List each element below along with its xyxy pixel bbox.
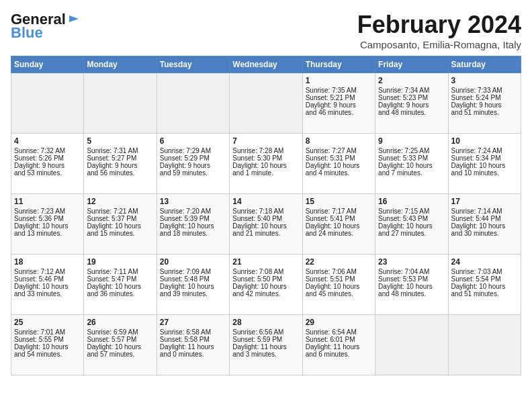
- header-row: SundayMondayTuesdayWednesdayThursdayFrid…: [11, 56, 521, 73]
- calendar-header: SundayMondayTuesdayWednesdayThursdayFrid…: [11, 56, 521, 73]
- header-cell-monday: Monday: [84, 56, 157, 73]
- cell-info: Daylight: 9 hours: [160, 162, 226, 169]
- calendar-cell: 25Sunrise: 7:01 AMSunset: 5:55 PMDayligh…: [11, 315, 84, 375]
- cell-info: Sunset: 5:33 PM: [378, 154, 445, 162]
- day-number: 26: [87, 318, 153, 327]
- calendar-cell: 1Sunrise: 7:35 AMSunset: 5:21 PMDaylight…: [302, 73, 375, 134]
- cell-info: Sunrise: 6:59 AM: [87, 328, 153, 336]
- day-number: 5: [87, 136, 153, 146]
- logo: General Blue: [11, 11, 80, 42]
- header-cell-friday: Friday: [375, 56, 448, 73]
- cell-info: and 59 minutes.: [160, 169, 226, 177]
- week-row-1: 1Sunrise: 7:35 AMSunset: 5:21 PMDaylight…: [11, 73, 521, 134]
- cell-info: Daylight: 10 hours: [232, 222, 299, 230]
- month-title: February 2024: [357, 11, 521, 39]
- day-number: 11: [14, 197, 81, 206]
- day-number: 4: [14, 136, 81, 146]
- cell-info: Daylight: 10 hours: [306, 222, 372, 230]
- calendar-cell: 15Sunrise: 7:17 AMSunset: 5:41 PMDayligh…: [302, 194, 375, 255]
- cell-info: Sunrise: 7:28 AM: [232, 147, 299, 154]
- cell-info: Sunrise: 7:25 AM: [378, 147, 445, 154]
- day-number: 21: [232, 257, 299, 267]
- calendar-cell: 17Sunrise: 7:14 AMSunset: 5:44 PMDayligh…: [448, 194, 521, 255]
- cell-info: Sunrise: 7:09 AM: [160, 268, 226, 275]
- cell-info: and 42 minutes.: [232, 290, 299, 298]
- cell-info: Sunset: 5:55 PM: [14, 336, 81, 343]
- cell-info: and 13 minutes.: [14, 230, 81, 237]
- day-number: 17: [451, 197, 518, 206]
- calendar-cell: 4Sunrise: 7:32 AMSunset: 5:26 PMDaylight…: [11, 134, 84, 194]
- calendar-cell: 7Sunrise: 7:28 AMSunset: 5:30 PMDaylight…: [230, 134, 302, 194]
- cell-info: Daylight: 9 hours: [306, 101, 372, 109]
- cell-info: Sunrise: 7:32 AM: [14, 147, 81, 154]
- cell-info: Daylight: 10 hours: [378, 283, 445, 290]
- cell-info: Sunrise: 7:27 AM: [306, 147, 372, 154]
- cell-info: Daylight: 10 hours: [232, 162, 299, 169]
- cell-info: and 27 minutes.: [378, 230, 445, 237]
- calendar-cell: 26Sunrise: 6:59 AMSunset: 5:57 PMDayligh…: [84, 315, 157, 375]
- cell-info: Sunrise: 7:08 AM: [232, 268, 299, 275]
- cell-info: Sunrise: 6:58 AM: [160, 328, 226, 336]
- cell-info: Sunset: 5:59 PM: [232, 336, 299, 343]
- day-number: 24: [451, 257, 518, 267]
- svg-marker-0: [69, 15, 79, 22]
- cell-info: Sunrise: 7:11 AM: [87, 268, 153, 275]
- header-cell-thursday: Thursday: [302, 56, 375, 73]
- cell-info: Sunset: 5:48 PM: [160, 275, 226, 283]
- day-number: 14: [232, 197, 299, 206]
- cell-info: and 18 minutes.: [160, 230, 226, 237]
- calendar-cell: 10Sunrise: 7:24 AMSunset: 5:34 PMDayligh…: [448, 134, 521, 194]
- cell-info: Sunset: 5:34 PM: [451, 154, 518, 162]
- cell-info: Sunrise: 6:56 AM: [232, 328, 299, 336]
- day-number: 9: [378, 136, 445, 146]
- cell-info: Sunset: 5:51 PM: [306, 275, 372, 283]
- location-title: Camposanto, Emilia-Romagna, Italy: [357, 39, 521, 50]
- cell-info: and 21 minutes.: [232, 230, 299, 237]
- day-number: 7: [232, 136, 299, 146]
- day-number: 10: [451, 136, 518, 146]
- cell-info: Sunset: 5:47 PM: [87, 275, 153, 283]
- cell-info: Daylight: 11 hours: [160, 343, 226, 351]
- cell-info: and 30 minutes.: [451, 230, 518, 237]
- calendar-cell: 29Sunrise: 6:54 AMSunset: 6:01 PMDayligh…: [302, 315, 375, 375]
- cell-info: Daylight: 10 hours: [87, 222, 153, 230]
- cell-info: Sunset: 5:37 PM: [87, 215, 153, 222]
- cell-info: and 10 minutes.: [451, 169, 518, 177]
- cell-info: and 6 minutes.: [306, 351, 372, 358]
- header-cell-sunday: Sunday: [11, 56, 84, 73]
- day-number: 25: [14, 318, 81, 327]
- cell-info: Sunrise: 7:29 AM: [160, 147, 226, 154]
- week-row-4: 18Sunrise: 7:12 AMSunset: 5:46 PMDayligh…: [11, 255, 521, 315]
- cell-info: Sunset: 5:57 PM: [87, 336, 153, 343]
- calendar-cell: 27Sunrise: 6:58 AMSunset: 5:58 PMDayligh…: [157, 315, 229, 375]
- cell-info: and 54 minutes.: [14, 351, 81, 358]
- cell-info: Sunset: 5:24 PM: [451, 94, 518, 101]
- cell-info: Daylight: 10 hours: [232, 283, 299, 290]
- header-cell-wednesday: Wednesday: [230, 56, 302, 73]
- cell-info: Sunset: 5:31 PM: [306, 154, 372, 162]
- header-cell-saturday: Saturday: [448, 56, 521, 73]
- calendar-cell: [11, 73, 84, 134]
- cell-info: Daylight: 10 hours: [14, 343, 81, 351]
- calendar-cell: 14Sunrise: 7:18 AMSunset: 5:40 PMDayligh…: [230, 194, 302, 255]
- cell-info: and 0 minutes.: [160, 351, 226, 358]
- calendar-cell: 28Sunrise: 6:56 AMSunset: 5:59 PMDayligh…: [230, 315, 302, 375]
- calendar-cell: [84, 73, 157, 134]
- calendar-cell: 12Sunrise: 7:21 AMSunset: 5:37 PMDayligh…: [84, 194, 157, 255]
- cell-info: and 53 minutes.: [14, 169, 81, 177]
- calendar-cell: 9Sunrise: 7:25 AMSunset: 5:33 PMDaylight…: [375, 134, 448, 194]
- cell-info: and 51 minutes.: [451, 109, 518, 116]
- calendar-cell: 3Sunrise: 7:33 AMSunset: 5:24 PMDaylight…: [448, 73, 521, 134]
- cell-info: Sunset: 5:40 PM: [232, 215, 299, 222]
- day-number: 8: [306, 136, 372, 146]
- cell-info: Daylight: 11 hours: [232, 343, 299, 351]
- cell-info: Sunset: 5:26 PM: [14, 154, 81, 162]
- cell-info: Daylight: 9 hours: [378, 101, 445, 109]
- cell-info: and 33 minutes.: [14, 290, 81, 298]
- day-number: 19: [87, 257, 153, 267]
- cell-info: Sunrise: 7:20 AM: [160, 208, 226, 215]
- cell-info: Sunrise: 7:06 AM: [306, 268, 372, 275]
- calendar-cell: 2Sunrise: 7:34 AMSunset: 5:23 PMDaylight…: [375, 73, 448, 134]
- cell-info: Sunset: 5:46 PM: [14, 275, 81, 283]
- cell-info: Sunset: 5:58 PM: [160, 336, 226, 343]
